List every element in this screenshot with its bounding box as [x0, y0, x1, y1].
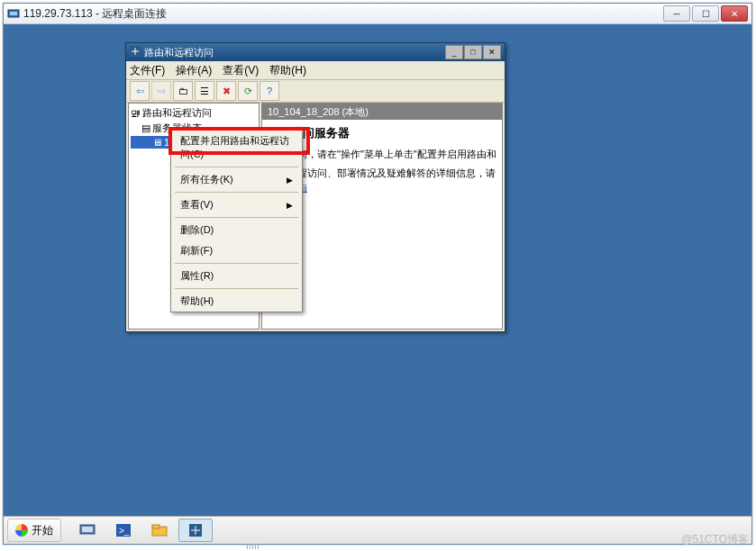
tree-root-icon: 🖳	[131, 108, 141, 119]
toolbar-help-icon[interactable]: ?	[260, 81, 279, 101]
context-menu: 配置并启用路由和远程访问(C) 所有任务(K)▶ 查看(V)▶ 删除(D) 刷新…	[170, 130, 303, 312]
start-button[interactable]: 开始	[7, 519, 61, 542]
mmc-toolbar: ⇦ ⇨ 🗀 ☰ ✖ ⟳ ?	[126, 80, 505, 103]
ctx-all-tasks[interactable]: 所有任务(K)▶	[171, 169, 302, 190]
mmc-close-button[interactable]: ✕	[483, 45, 501, 59]
start-label: 开始	[32, 523, 53, 538]
ctx-all-tasks-label: 所有任务(K)	[180, 173, 233, 186]
ctx-sep	[175, 167, 298, 167]
rdp-minimize-button[interactable]: ─	[663, 5, 690, 22]
ctx-delete-label: 删除(D)	[180, 223, 214, 237]
svg-rect-8	[152, 525, 159, 528]
ctx-sep	[175, 192, 298, 193]
mmc-menubar: 文件(F) 操作(A) 查看(V) 帮助(H)	[126, 61, 505, 80]
ctx-configure[interactable]: 配置并启用路由和远程访问(C)	[171, 131, 302, 165]
ctx-view[interactable]: 查看(V)▶	[171, 194, 302, 215]
mmc-app-icon	[130, 46, 141, 59]
taskbar-server-manager[interactable]	[70, 519, 105, 542]
toolbar-delete-icon[interactable]: ✖	[216, 81, 236, 101]
toolbar-up-icon[interactable]: 🗀	[173, 81, 193, 101]
ctx-sep	[175, 288, 298, 289]
ctx-properties-label: 属性(R)	[180, 269, 214, 283]
tree-doc-icon: ▤	[141, 122, 150, 134]
ctx-properties[interactable]: 属性(R)	[171, 266, 302, 286]
resize-grip	[243, 544, 261, 549]
rdp-window: 119.29.73.113 - 远程桌面连接 ─ ☐ ✕ 路由和远程访问 _ □…	[3, 3, 752, 545]
toolbar-props-icon[interactable]: ☰	[195, 81, 214, 101]
tree-root-label: 路由和远程访问	[142, 106, 212, 120]
mmc-maximize-button[interactable]: □	[464, 45, 482, 59]
mmc-titlebar[interactable]: 路由和远程访问 _ □ ✕	[126, 43, 505, 61]
rdp-maximize-button[interactable]: ☐	[692, 5, 719, 22]
tree-server-icon: 🖥	[152, 137, 162, 148]
tree-root[interactable]: 🖳 路由和远程访问	[131, 105, 257, 121]
svg-rect-1	[10, 12, 17, 15]
taskbar-explorer[interactable]	[142, 519, 177, 542]
mmc-minimize-button[interactable]: _	[445, 45, 463, 59]
ctx-view-label: 查看(V)	[180, 198, 214, 212]
taskbar-rras[interactable]	[178, 519, 213, 542]
rdp-title-text: 119.29.73.113 - 远程桌面连接	[23, 6, 660, 22]
ctx-refresh-label: 刷新(F)	[180, 244, 213, 257]
submenu-arrow-icon: ▶	[287, 201, 293, 210]
menu-help[interactable]: 帮助(H)	[269, 63, 306, 78]
menu-file[interactable]: 文件(F)	[130, 63, 165, 78]
ctx-help[interactable]: 帮助(H)	[171, 291, 302, 312]
background-word-title: 腾讯云win08系统pptpVPN的简单配置.doc - Word	[0, 0, 756, 1]
ctx-sep	[175, 217, 298, 218]
watermark: @51CTO博客	[681, 532, 749, 547]
remote-desktop[interactable]: 路由和远程访问 _ □ ✕ 文件(F) 操作(A) 查看(V) 帮助(H) ⇦ …	[4, 24, 751, 544]
rdp-titlebar[interactable]: 119.29.73.113 - 远程桌面连接 ─ ☐ ✕	[4, 4, 751, 24]
taskbar: 开始 >_	[4, 516, 751, 544]
ctx-delete[interactable]: 删除(D)	[171, 220, 302, 240]
toolbar-forward-icon[interactable]: ⇨	[151, 81, 171, 101]
menu-view[interactable]: 查看(V)	[223, 63, 259, 78]
menu-action[interactable]: 操作(A)	[176, 63, 212, 78]
toolbar-back-icon[interactable]: ⇦	[130, 81, 150, 101]
toolbar-refresh-icon[interactable]: ⟳	[238, 81, 258, 101]
mmc-title-text: 路由和远程访问	[144, 46, 442, 59]
ctx-configure-label: 配置并启用路由和远程访问(C)	[180, 134, 293, 161]
rdp-icon	[7, 7, 20, 20]
svg-rect-4	[82, 527, 93, 532]
svg-text:>_: >_	[119, 526, 130, 536]
ctx-refresh[interactable]: 刷新(F)	[171, 240, 302, 261]
taskbar-powershell[interactable]: >_	[106, 519, 141, 542]
submenu-arrow-icon: ▶	[287, 176, 293, 185]
ctx-sep	[175, 263, 298, 264]
rdp-close-button[interactable]: ✕	[721, 5, 748, 22]
ctx-help-label: 帮助(H)	[180, 294, 214, 308]
content-header: 10_104_18_208 (本地)	[262, 104, 502, 120]
windows-orb-icon	[15, 524, 28, 537]
